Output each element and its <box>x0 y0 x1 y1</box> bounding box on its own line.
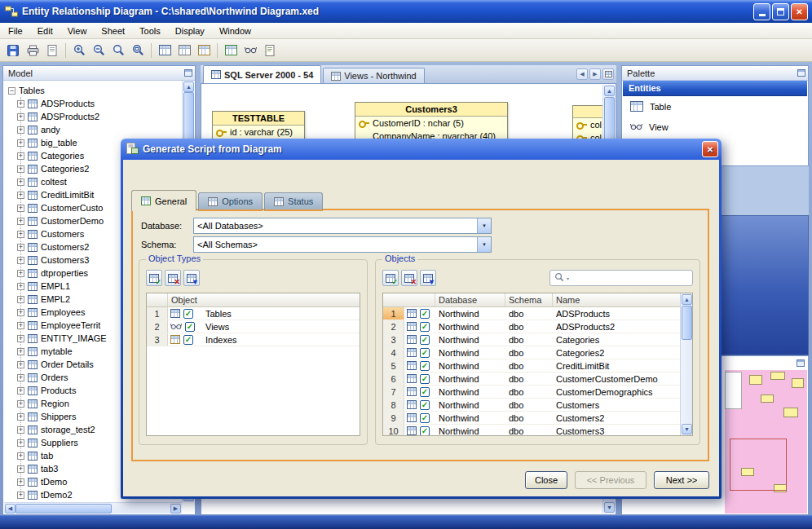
dropdown-icon[interactable]: ▾ <box>567 276 569 281</box>
close-button[interactable]: ✕ <box>791 3 808 20</box>
tree-item-table[interactable]: + ADSProducts <box>17 97 182 110</box>
object-row[interactable]: 6 ✓ Northwind dbo CustomerCustomerDemo <box>383 373 692 386</box>
tree-item-table[interactable]: + ADSProducts2 <box>17 110 182 123</box>
expand-icon[interactable]: + <box>17 478 24 486</box>
palette-group-entities[interactable]: Entities <box>623 81 807 96</box>
uncheck-all-button[interactable]: ✕ <box>401 270 417 286</box>
object-column-header[interactable]: Object <box>168 293 360 306</box>
menu-item-view[interactable]: View <box>60 23 95 38</box>
close-dialog-button[interactable]: Close <box>525 471 567 489</box>
scroll-right-icon[interactable]: ▶ <box>170 504 181 514</box>
expand-icon[interactable]: + <box>17 165 24 173</box>
scroll-thumb[interactable] <box>604 97 615 143</box>
schema-column-header[interactable]: Schema <box>505 293 553 306</box>
expand-icon[interactable]: + <box>17 413 24 421</box>
expand-icon[interactable]: + <box>17 179 24 186</box>
object-row[interactable]: 2 ✓ Northwind dbo ADSProducts2 <box>383 320 692 333</box>
palette-item-view[interactable]: View <box>623 117 807 137</box>
row-checkbox[interactable]: ✓ <box>420 426 430 436</box>
minimize-button[interactable] <box>753 3 770 20</box>
float-panel-icon[interactable] <box>797 68 805 78</box>
object-type-row-indexes[interactable]: 3 ✓ Indexes <box>147 333 360 346</box>
expand-icon[interactable]: + <box>17 113 24 121</box>
model-horizontal-scrollbar[interactable]: ◀ ▶ <box>4 502 182 514</box>
next-button[interactable]: Next >> <box>654 471 709 489</box>
object-row[interactable]: 3 ✓ Northwind dbo Categories <box>383 333 692 346</box>
expand-icon[interactable]: + <box>17 192 24 199</box>
expand-icon[interactable]: + <box>17 465 24 473</box>
scroll-thumb[interactable] <box>15 504 112 514</box>
row-checkbox[interactable]: ✓ <box>420 361 430 371</box>
object-row[interactable]: 7 ✓ Northwind dbo CustomerDemographics <box>383 386 692 399</box>
expand-icon[interactable]: + <box>17 426 24 434</box>
scroll-up-icon[interactable]: ▲ <box>183 82 194 92</box>
expand-icon[interactable]: + <box>17 257 24 264</box>
object-type-row-views[interactable]: 2 ✓ Views <box>147 320 360 333</box>
expand-icon[interactable]: + <box>17 283 24 290</box>
object-row[interactable]: 1 ✓ Northwind dbo ADSProducts <box>383 307 692 320</box>
invert-check-button[interactable]: ▼ <box>420 270 436 286</box>
name-column-header[interactable]: Name <box>553 293 692 306</box>
object-row[interactable]: 10 ✓ Northwind dbo Customers3 <box>383 425 692 436</box>
tab-status[interactable]: Status <box>264 192 323 211</box>
invert-check-button[interactable]: ▼ <box>183 270 200 286</box>
expand-icon[interactable]: + <box>17 100 24 108</box>
check-all-button[interactable]: ✓ <box>382 270 399 286</box>
expand-icon[interactable]: + <box>17 361 24 368</box>
tree-root-tables[interactable]: − Tables <box>8 84 182 97</box>
tab-sql-server[interactable]: SQL Server 2000 - 54 <box>203 65 321 83</box>
row-checkbox[interactable]: ✓ <box>185 322 195 332</box>
diagram-minimap[interactable] <box>725 370 807 514</box>
expand-icon[interactable]: + <box>17 492 24 499</box>
tab-views-northwind[interactable]: Views - Northwind <box>323 68 424 83</box>
schema-combo[interactable]: <All Schemas> ▾ <box>193 236 492 253</box>
check-all-button[interactable]: ✓ <box>146 270 162 286</box>
object-row[interactable]: 9 ✓ Northwind dbo Customers2 <box>383 412 692 425</box>
scroll-thumb[interactable] <box>682 306 692 340</box>
print-button[interactable] <box>23 41 42 60</box>
scroll-down-icon[interactable]: ▼ <box>604 502 615 513</box>
row-checkbox[interactable]: ✓ <box>183 309 193 319</box>
tab-options[interactable]: Options <box>198 192 263 211</box>
object-row[interactable]: 4 ✓ Northwind dbo Categories2 <box>383 346 692 359</box>
row-checkbox[interactable]: ✓ <box>183 335 193 345</box>
object-row[interactable]: 8 ✓ Northwind dbo Customers <box>383 399 692 412</box>
add-view-button[interactable] <box>241 41 260 60</box>
tree-item-table[interactable]: + andy <box>17 123 182 136</box>
row-checkbox[interactable]: ✓ <box>420 374 430 384</box>
expand-icon[interactable]: + <box>17 296 24 303</box>
object-row[interactable]: 5 ✓ Northwind dbo CreditLimitBit <box>383 359 692 373</box>
expand-icon[interactable]: + <box>17 348 24 355</box>
column-list-button[interactable] <box>174 41 194 60</box>
scroll-up-icon[interactable]: ▲ <box>682 294 692 305</box>
zoom-actual-button[interactable] <box>108 41 128 60</box>
expand-icon[interactable]: + <box>17 322 24 329</box>
minimap-viewport[interactable] <box>730 439 787 491</box>
expand-icon[interactable]: + <box>17 244 24 251</box>
scroll-down-icon[interactable]: ▼ <box>682 424 692 434</box>
tab-prev-icon[interactable]: ◀ <box>576 68 588 80</box>
menu-item-tools[interactable]: Tools <box>132 23 168 38</box>
table-list-button[interactable] <box>155 41 174 60</box>
menu-item-display[interactable]: Display <box>168 23 212 38</box>
objects-grid-scrollbar[interactable]: ▲ ▼ <box>680 293 692 435</box>
float-panel-icon[interactable] <box>184 68 192 78</box>
add-table-button[interactable] <box>221 41 241 60</box>
expand-icon[interactable]: + <box>17 439 24 447</box>
expand-icon[interactable]: + <box>17 139 24 147</box>
expand-icon[interactable]: + <box>17 152 24 160</box>
maximize-button[interactable] <box>772 3 789 20</box>
generate-script-button[interactable] <box>260 41 280 60</box>
menu-item-window[interactable]: Window <box>212 23 258 38</box>
row-checkbox[interactable]: ✓ <box>420 387 430 397</box>
expand-icon[interactable]: + <box>17 335 24 342</box>
menu-item-sheet[interactable]: Sheet <box>94 23 132 38</box>
tab-general[interactable]: General <box>131 190 196 211</box>
collapse-icon[interactable]: − <box>8 87 15 95</box>
print-preview-button[interactable] <box>42 41 62 60</box>
row-checkbox[interactable]: ✓ <box>420 335 430 345</box>
scroll-up-icon[interactable]: ▲ <box>604 86 615 96</box>
database-combo[interactable]: <All Databases> ▾ <box>193 218 492 234</box>
objects-search-input[interactable]: ▾ <box>549 270 693 286</box>
row-checkbox[interactable]: ✓ <box>420 413 430 423</box>
